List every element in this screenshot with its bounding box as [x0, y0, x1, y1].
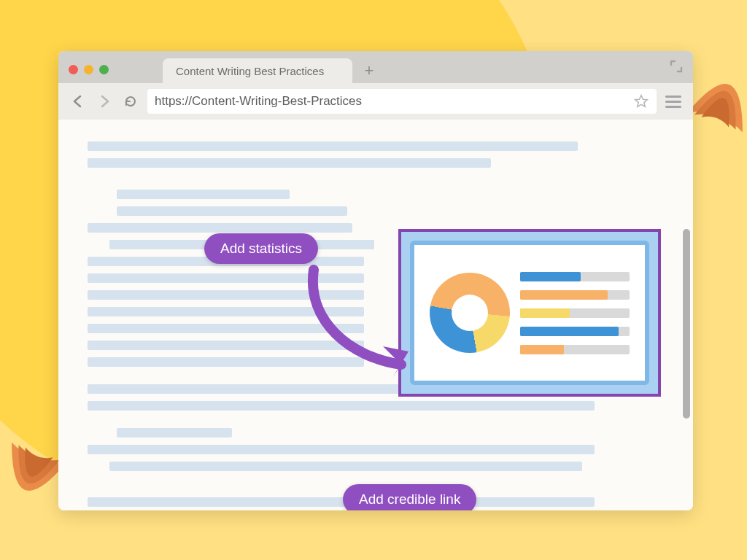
browser-toolbar: https://Content-Writing-Best-Practices — [58, 83, 693, 120]
address-bar[interactable]: https://Content-Writing-Best-Practices — [147, 89, 657, 114]
menu-button[interactable] — [664, 96, 683, 108]
browser-titlebar: Content Writing Best Practices + — [58, 51, 693, 83]
callout-label: Add credible link — [359, 491, 460, 507]
callout-add-statistics: Add statistics — [204, 233, 318, 264]
scrollbar[interactable] — [683, 229, 690, 419]
callout-add-link: Add credible link — [343, 484, 476, 510]
browser-window: Content Writing Best Practices + https:/… — [58, 51, 693, 510]
bookmark-icon[interactable] — [633, 93, 649, 113]
statistics-chart — [398, 229, 661, 397]
reload-button[interactable] — [121, 92, 140, 111]
window-minimize-button[interactable] — [84, 65, 93, 74]
window-close-button[interactable] — [69, 65, 78, 74]
donut-chart — [430, 273, 510, 353]
expand-icon[interactable] — [670, 60, 683, 76]
callout-label: Add statistics — [220, 241, 302, 256]
arrow-to-chart — [299, 262, 430, 386]
browser-tab[interactable]: Content Writing Best Practices — [163, 58, 352, 83]
new-tab-button[interactable]: + — [361, 63, 377, 79]
back-button[interactable] — [69, 92, 88, 111]
page-viewport: Add statistics Add credible link A buyer… — [58, 120, 693, 510]
url-text: https://Content-Writing-Best-Practices — [155, 94, 362, 109]
bar-chart — [520, 272, 630, 354]
forward-button[interactable] — [95, 92, 114, 111]
window-maximize-button[interactable] — [99, 65, 109, 74]
tab-title: Content Writing Best Practices — [176, 65, 324, 77]
